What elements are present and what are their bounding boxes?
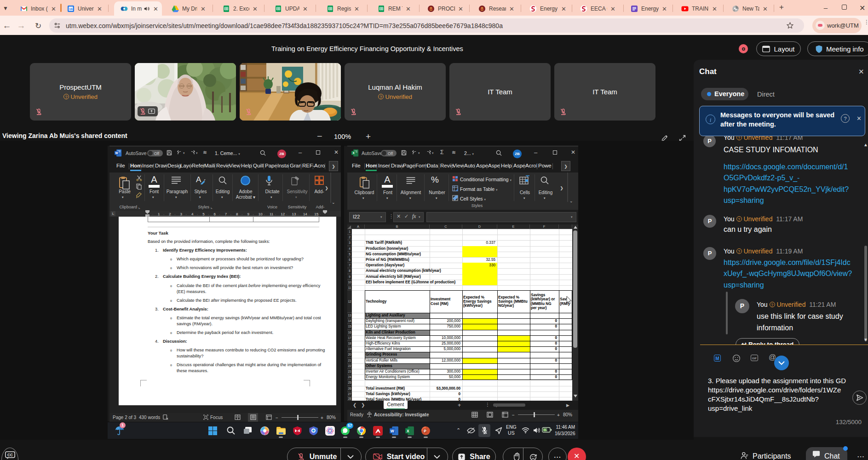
svg-text:W: W xyxy=(115,151,118,155)
svg-text:CC: CC xyxy=(7,453,13,457)
svg-text:X: X xyxy=(407,429,409,433)
svg-text:W: W xyxy=(391,429,394,433)
svg-text:P: P xyxy=(424,429,426,433)
svg-text:16: 16 xyxy=(69,7,73,11)
